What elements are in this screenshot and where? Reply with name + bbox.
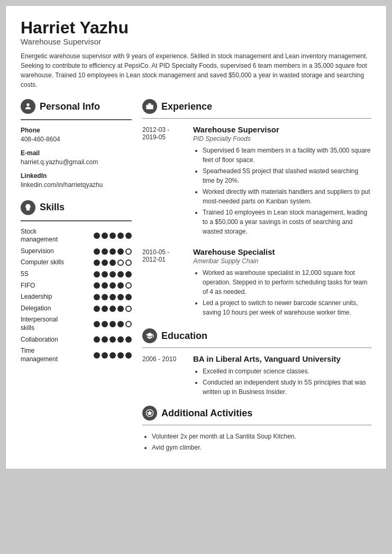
dot-filled — [102, 306, 108, 312]
dot-empty — [125, 248, 132, 255]
edu-bullet: Excelled in computer science classes. — [203, 367, 371, 376]
dot-filled — [94, 352, 100, 359]
skill-row: Interpersonal skills — [21, 316, 132, 332]
dot-filled — [117, 294, 124, 300]
skills-icon — [21, 200, 35, 215]
exp-bullet: Supervised 6 team members in a facility … — [203, 146, 371, 165]
svg-marker-3 — [147, 411, 152, 416]
linkedin-label: LinkedIn — [21, 172, 132, 180]
experience-header: Experience — [142, 99, 371, 114]
skill-row: 5S — [21, 270, 132, 279]
personal-info-section: Personal Info Phone 408-460-8604 E-mail … — [21, 99, 132, 189]
dot-filled — [110, 282, 116, 289]
exp-dates: 2010-05 - 2012-01 — [142, 247, 185, 319]
exp-dates: 2012-03 - 2019-05 — [142, 125, 185, 238]
skill-name: Interpersonal skills — [21, 316, 68, 332]
exp-job-title: Warehouse Specialist — [193, 247, 371, 256]
dot-filled — [94, 233, 100, 239]
dot-filled — [117, 233, 124, 239]
skill-row: Time management — [21, 347, 132, 363]
dot-filled — [117, 352, 124, 359]
dot-filled — [110, 294, 116, 300]
edu-degree: BA in Liberal Arts, Vanguard University — [193, 354, 371, 363]
candidate-title: Warehouse Supervisor — [21, 37, 371, 46]
exp-bullets: Supervised 6 team members in a facility … — [193, 146, 371, 236]
left-column: Personal Info Phone 408-460-8604 E-mail … — [21, 99, 132, 454]
dot-filled — [94, 282, 100, 289]
skill-dots — [94, 294, 132, 300]
dot-empty — [125, 306, 132, 312]
dot-filled — [102, 260, 108, 266]
dot-filled — [102, 282, 108, 289]
activities-title: Additional Activities — [161, 408, 252, 419]
activities-header: Additional Activities — [142, 406, 371, 421]
exp-company: Ameribar Supply Chain — [193, 257, 371, 265]
skill-name: Collaboration — [21, 336, 68, 344]
exp-content: Warehouse SpecialistAmeribar Supply Chai… — [193, 247, 371, 319]
dot-filled — [117, 248, 124, 255]
phone-label: Phone — [21, 127, 132, 134]
candidate-name: Harriet Yazhu — [21, 19, 371, 37]
skill-dots — [94, 271, 132, 278]
exp-job-title: Warehouse Supervisor — [193, 125, 371, 134]
email-value: harriet.q.yazhu@gmail.com — [21, 158, 132, 167]
skill-name: Leadership — [21, 293, 68, 301]
dot-filled — [102, 248, 108, 255]
dot-filled — [110, 260, 116, 266]
exp-bullet: Trained 10 employees in Lean stock manag… — [203, 208, 371, 236]
dot-filled — [94, 248, 100, 255]
skill-row: Stock management — [21, 228, 132, 244]
skill-dots — [94, 282, 132, 289]
exp-bullets: Worked as warehouse specialist in 12,000… — [193, 268, 371, 317]
experience-entry: 2012-03 - 2019-05Warehouse SupervisorPID… — [142, 125, 371, 238]
skill-row: Collaboration — [21, 336, 132, 344]
activities-section: Additional Activities Volunteer 2x per m… — [142, 406, 371, 452]
header-section: Harriet Yazhu Warehouse Supervisor Energ… — [21, 19, 371, 90]
personal-info-title: Personal Info — [40, 101, 100, 112]
dot-filled — [94, 260, 100, 266]
edu-content: BA in Liberal Arts, Vanguard UniversityE… — [193, 354, 371, 398]
education-entries: 2006 - 2010BA in Liberal Arts, Vanguard … — [142, 354, 371, 398]
activities-list: Volunteer 2x per month at La Santita Sou… — [142, 432, 371, 452]
dot-filled — [94, 321, 100, 327]
education-title: Education — [161, 330, 207, 342]
skill-dots — [94, 233, 132, 239]
dot-filled — [94, 336, 100, 343]
dot-filled — [117, 321, 124, 327]
education-section: Education 2006 - 2010BA in Liberal Arts,… — [142, 328, 371, 398]
dot-filled — [102, 336, 108, 343]
dot-filled — [125, 294, 132, 300]
experience-entries: 2012-03 - 2019-05Warehouse SupervisorPID… — [142, 125, 371, 319]
exp-bullet: Spearheaded 5S project that slashed wast… — [203, 166, 371, 185]
experience-entry: 2010-05 - 2012-01Warehouse SpecialistAme… — [142, 247, 371, 319]
skill-name: Delegation — [21, 305, 68, 313]
skill-row: Supervision — [21, 247, 132, 256]
skill-dots — [94, 352, 132, 359]
skill-name: Stock management — [21, 228, 68, 244]
briefcase-icon — [142, 99, 157, 114]
skill-name: Supervision — [21, 247, 68, 256]
dot-filled — [102, 321, 108, 327]
right-column: Experience 2012-03 - 2019-05Warehouse Su… — [142, 99, 371, 454]
skill-row: Leadership — [21, 293, 132, 301]
edu-dates: 2006 - 2010 — [142, 354, 185, 398]
dot-filled — [125, 336, 132, 343]
dot-empty — [117, 260, 124, 266]
exp-content: Warehouse SupervisorPID Specialty FoodsS… — [193, 125, 371, 238]
dot-filled — [110, 233, 116, 239]
experience-section: Experience 2012-03 - 2019-05Warehouse Su… — [142, 99, 371, 319]
dot-filled — [110, 271, 116, 278]
skill-dots — [94, 336, 132, 343]
skills-section: Skills Stock managementSupervisionComput… — [21, 200, 132, 364]
dot-filled — [102, 233, 108, 239]
skill-dots — [94, 248, 132, 255]
skill-dots — [94, 306, 132, 312]
dot-filled — [102, 352, 108, 359]
dot-filled — [117, 271, 124, 278]
skill-row: FIFO — [21, 282, 132, 290]
dot-filled — [125, 233, 132, 239]
dot-filled — [94, 306, 100, 312]
edu-bullet: Conducted an independent study in 5S pri… — [203, 378, 371, 397]
skill-row: Delegation — [21, 305, 132, 313]
dot-filled — [102, 271, 108, 278]
